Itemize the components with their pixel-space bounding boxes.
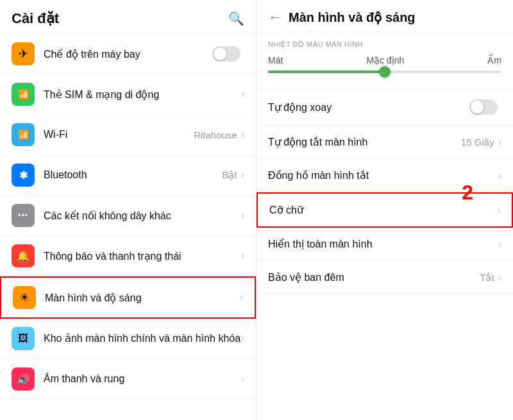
airplane-icon: ✈ <box>12 42 35 65</box>
clock-off-label: Đồng hồ màn hình tắt <box>268 169 498 181</box>
wallpaper-chevron: › <box>241 333 244 344</box>
step1-badge: 1 <box>254 285 256 310</box>
sound-icon: 🔊 <box>12 367 35 391</box>
settings-item-wifi[interactable]: 📶 Wi-Fi Ritahouse › <box>0 115 256 155</box>
clock-off-chevron: › <box>498 170 501 181</box>
display-label: Màn hình và độ sáng <box>45 292 240 304</box>
right-settings-list: NHIỆT ĐỘ MÀU MÀN HÌNH Mát Mặc định Ấm Tự… <box>256 33 513 420</box>
back-button[interactable]: ← <box>268 9 282 26</box>
connections-icon: ••• <box>12 204 35 227</box>
temp-slider-thumb[interactable] <box>379 66 391 78</box>
font-size-label: Cỡ chữ <box>269 204 497 216</box>
bluetooth-chevron: › <box>241 169 244 181</box>
settings-item-sound[interactable]: 🔊 Âm thanh và rung › <box>0 359 256 399</box>
right-item-auto-rotate[interactable]: Tự động xoay <box>256 89 513 126</box>
temp-default-label: Mặc định <box>366 55 404 65</box>
wifi-value: Ritahouse <box>194 130 237 140</box>
settings-item-display[interactable]: ☀ Màn hình và độ sáng › 1 <box>0 276 256 319</box>
left-panel: Cài đặt 🔍 ✈ Chế độ trên máy bay 📶 Thẻ SI… <box>0 0 256 420</box>
auto-off-value: 15 Giây <box>461 137 494 147</box>
font-size-chevron: › <box>497 205 500 216</box>
connections-label: Các kết nối không dây khác <box>44 210 241 222</box>
temp-slider-container: Mát Mặc định Ấm <box>256 51 513 89</box>
connections-chevron: › <box>241 210 244 221</box>
settings-item-bluetooth[interactable]: ✱ Bluetooth Bật › <box>0 155 256 196</box>
wallpaper-label: Kho ảnh màn hình chính và màn hình khóa <box>44 332 241 346</box>
wifi-chevron: › <box>241 129 244 140</box>
sim-icon: 📶 <box>12 83 35 106</box>
settings-list: ✈ Chế độ trên máy bay 📶 Thẻ SIM & mạng d… <box>0 34 256 420</box>
fullscreen-label: Hiển thị toàn màn hình <box>268 238 498 250</box>
temp-slider-track[interactable] <box>268 71 501 73</box>
night-label: Bảo vệ ban đêm <box>268 271 480 283</box>
display-icon: ☀ <box>13 286 36 309</box>
settings-item-sim[interactable]: 📶 Thẻ SIM & mạng di động › <box>0 74 256 115</box>
settings-item-notifications[interactable]: 🔔 Thông báo và thanh trạng thái › <box>0 236 256 276</box>
fullscreen-chevron: › <box>498 239 501 250</box>
left-header: Cài đặt 🔍 <box>0 0 256 34</box>
temp-cool-label: Mát <box>268 55 283 65</box>
right-item-fullscreen[interactable]: Hiển thị toàn màn hình › <box>256 228 513 261</box>
right-title: Màn hình và độ sáng <box>289 10 416 25</box>
search-icon[interactable]: 🔍 <box>228 11 244 26</box>
step2-badge: 2 <box>462 181 473 205</box>
temp-section: NHIỆT ĐỘ MÀU MÀN HÌNH Mát Mặc định Ấm <box>256 33 513 89</box>
wifi-label: Wi-Fi <box>44 129 194 140</box>
bluetooth-icon: ✱ <box>12 164 35 187</box>
auto-off-chevron: › <box>498 137 501 148</box>
sim-label: Thẻ SIM & mạng di động <box>44 88 241 101</box>
right-item-night[interactable]: Bảo vệ ban đêm Tắt › <box>256 261 513 294</box>
notifications-icon: 🔔 <box>12 244 35 267</box>
wifi-icon: 📶 <box>12 123 35 146</box>
temp-warm-label: Ấm <box>487 55 501 65</box>
auto-off-label: Tự động tắt màn hình <box>268 136 461 148</box>
right-item-clock-off[interactable]: Đồng hồ màn hình tắt › <box>256 159 513 192</box>
right-panel: ← Màn hình và độ sáng NHIỆT ĐỘ MÀU MÀN H… <box>256 0 513 420</box>
settings-item-connections[interactable]: ••• Các kết nối không dây khác › <box>0 196 256 236</box>
sim-chevron: › <box>241 88 244 100</box>
airplane-toggle[interactable] <box>212 46 240 62</box>
sound-chevron: › <box>241 373 244 385</box>
auto-rotate-label: Tự động xoay <box>268 101 469 113</box>
wallpaper-icon: 🖼 <box>12 327 35 350</box>
airplane-label: Chế độ trên máy bay <box>44 48 212 60</box>
right-header: ← Màn hình và độ sáng <box>256 0 513 33</box>
temp-section-label: NHIỆT ĐỘ MÀU MÀN HÌNH <box>256 33 513 51</box>
display-chevron: › <box>240 292 243 303</box>
left-title: Cài đặt <box>12 10 59 27</box>
auto-rotate-toggle[interactable] <box>469 99 498 115</box>
settings-item-airplane[interactable]: ✈ Chế độ trên máy bay <box>0 34 256 74</box>
bluetooth-label: Bluetooth <box>44 169 222 181</box>
temp-labels: Mát Mặc định Ấm <box>268 55 501 65</box>
night-value: Tắt <box>480 272 494 283</box>
night-chevron: › <box>498 272 501 283</box>
bluetooth-value: Bật <box>222 169 237 181</box>
notifications-label: Thông báo và thanh trạng thái <box>44 250 241 262</box>
temp-slider-fill <box>268 71 385 73</box>
right-item-auto-off[interactable]: Tự động tắt màn hình 15 Giây › <box>256 126 513 159</box>
notifications-chevron: › <box>241 250 244 262</box>
right-item-font-size[interactable]: Cỡ chữ › 2 <box>256 192 513 228</box>
sound-label: Âm thanh và rung <box>44 373 241 385</box>
settings-item-wallpaper[interactable]: 🖼 Kho ảnh màn hình chính và màn hình khó… <box>0 319 256 359</box>
